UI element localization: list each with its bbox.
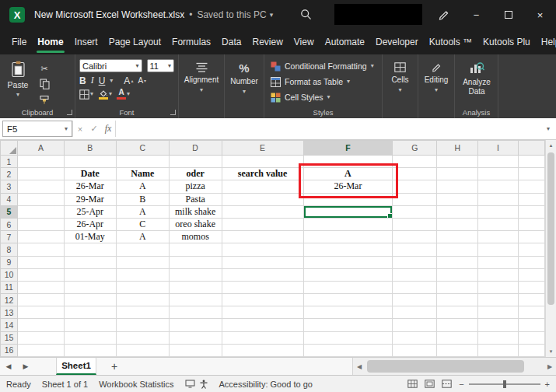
cell-I5[interactable] — [478, 205, 519, 218]
cell-E6[interactable] — [222, 218, 303, 230]
number-group-button[interactable]: % Number ▾ — [225, 54, 264, 118]
tab-formulas[interactable]: Formulas — [166, 30, 216, 54]
cell-I15[interactable] — [478, 331, 519, 344]
cell-B6[interactable]: 26-Apr — [64, 218, 116, 230]
cell-E5[interactable] — [222, 205, 303, 218]
cell-G12[interactable] — [393, 294, 437, 306]
cell-D6[interactable]: oreo shake — [169, 218, 222, 230]
decrease-font-size-button[interactable]: A▾ — [138, 76, 146, 85]
row-header-6[interactable]: 6 — [1, 218, 18, 230]
cells-group-button[interactable]: Cells ▾ — [383, 54, 418, 118]
analyze-data-button[interactable]: Analyze Data — [455, 54, 498, 96]
row-header-7[interactable]: 7 — [1, 231, 18, 243]
vertical-scrollbar[interactable]: ▴ ▾ — [545, 140, 556, 357]
cell-G2[interactable] — [393, 168, 437, 180]
horizontal-scrollbar[interactable]: ◀ ▶ — [352, 358, 556, 375]
column-header-C[interactable]: C — [116, 141, 169, 156]
cell-C9[interactable] — [116, 256, 169, 268]
cell-A1[interactable] — [17, 156, 64, 168]
cell-partial-7[interactable] — [519, 231, 545, 243]
cell-F7[interactable] — [303, 231, 393, 243]
cell-partial-2[interactable] — [519, 168, 545, 180]
document-title[interactable]: New Microsoft Excel Worksheet.xlsx — [34, 9, 184, 20]
cell-A8[interactable] — [17, 243, 64, 256]
cell-B3[interactable]: 26-Mar — [64, 180, 116, 193]
cell-partial-1[interactable] — [519, 156, 545, 168]
cell-A16[interactable] — [17, 344, 64, 356]
cell-F13[interactable] — [303, 306, 393, 319]
cell-F16[interactable] — [303, 344, 393, 356]
cell-A3[interactable] — [17, 180, 64, 193]
cell-D15[interactable] — [169, 331, 222, 344]
previous-sheet-icon[interactable]: ◀ — [0, 358, 17, 375]
cell-H11[interactable] — [437, 281, 478, 293]
tab-data[interactable]: Data — [216, 30, 247, 54]
normal-view-button[interactable] — [407, 380, 418, 388]
cell-partial-6[interactable] — [519, 218, 545, 230]
cell-F2[interactable]: A — [303, 168, 393, 180]
row-header-8[interactable]: 8 — [1, 243, 18, 256]
minimize-button[interactable]: − — [460, 0, 492, 30]
cell-C13[interactable] — [116, 306, 169, 319]
underline-chevron-icon[interactable]: ▾ — [110, 78, 113, 84]
cell-B1[interactable] — [64, 156, 116, 168]
scroll-down-icon[interactable]: ▾ — [550, 346, 553, 357]
cell-I7[interactable] — [478, 231, 519, 243]
cell-A2[interactable] — [17, 168, 64, 180]
tab-home[interactable]: Home — [32, 30, 68, 54]
cell-partial-9[interactable] — [519, 256, 545, 268]
cell-D4[interactable]: Pasta — [169, 193, 222, 205]
cell-D9[interactable] — [169, 256, 222, 268]
saved-status[interactable]: Saved to this PC — [197, 9, 266, 20]
search-icon[interactable] — [300, 9, 312, 23]
select-all-corner[interactable] — [1, 141, 18, 156]
bold-button[interactable]: B — [79, 75, 86, 86]
cell-H10[interactable] — [437, 268, 478, 281]
cell-I3[interactable] — [478, 180, 519, 193]
cell-A4[interactable] — [17, 193, 64, 205]
vertical-scroll-track[interactable] — [546, 151, 556, 346]
cell-F6[interactable] — [303, 218, 393, 230]
paste-button[interactable]: Paste ▾ — [0, 54, 36, 106]
cell-partial-12[interactable] — [519, 294, 545, 306]
cell-D5[interactable]: milk shake — [169, 205, 222, 218]
cell-G7[interactable] — [393, 231, 437, 243]
cell-E9[interactable] — [222, 256, 303, 268]
cell-G3[interactable] — [393, 180, 437, 193]
cell-B9[interactable] — [64, 256, 116, 268]
cell-B5[interactable]: 25-Apr — [64, 205, 116, 218]
cell-D3[interactable]: pizza — [169, 180, 222, 193]
cell-A15[interactable] — [17, 331, 64, 344]
cell-E11[interactable] — [222, 281, 303, 293]
cell-B16[interactable] — [64, 344, 116, 356]
cell-H15[interactable] — [437, 331, 478, 344]
tab-review[interactable]: Review — [247, 30, 288, 54]
row-header-12[interactable]: 12 — [1, 294, 18, 306]
zoom-slider[interactable] — [469, 383, 540, 385]
cell-F8[interactable] — [303, 243, 393, 256]
cell-partial-5[interactable] — [519, 205, 545, 218]
row-header-14[interactable]: 14 — [1, 319, 18, 331]
cell-E1[interactable] — [222, 156, 303, 168]
cell-E7[interactable] — [222, 231, 303, 243]
tab-automate[interactable]: Automate — [320, 30, 370, 54]
cell-G13[interactable] — [393, 306, 437, 319]
cell-F9[interactable] — [303, 256, 393, 268]
cell-H2[interactable] — [437, 168, 478, 180]
cell-F12[interactable] — [303, 294, 393, 306]
cell-D14[interactable] — [169, 319, 222, 331]
sheet-tab-sheet1[interactable]: Sheet1 — [56, 358, 96, 375]
cell-C5[interactable]: A — [116, 205, 169, 218]
cell-C10[interactable] — [116, 268, 169, 281]
cell-B13[interactable] — [64, 306, 116, 319]
conditional-formatting-button[interactable]: Conditional Formatting ▾ — [271, 59, 382, 73]
cell-E8[interactable] — [222, 243, 303, 256]
cell-G1[interactable] — [393, 156, 437, 168]
cell-I14[interactable] — [478, 319, 519, 331]
row-header-2[interactable]: 2 — [1, 168, 18, 180]
cell-H13[interactable] — [437, 306, 478, 319]
column-header-partial[interactable] — [519, 141, 545, 156]
cell-partial-13[interactable] — [519, 306, 545, 319]
cut-icon[interactable]: ✂ — [36, 62, 53, 75]
cell-partial-11[interactable] — [519, 281, 545, 293]
